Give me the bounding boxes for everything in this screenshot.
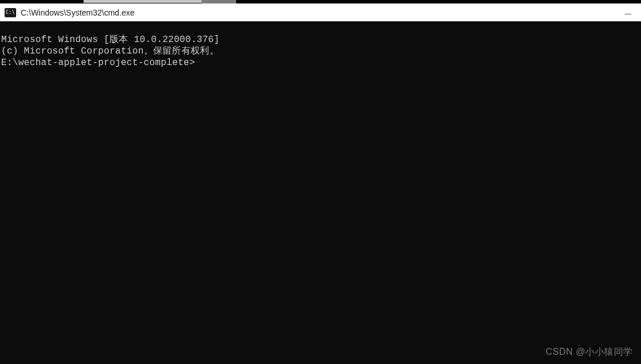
window-controls (615, 3, 641, 25)
terminal-copyright-line: (c) Microsoft Corporation。保留所有权利。 (1, 46, 640, 57)
cmd-icon-label: C:\ (6, 10, 15, 15)
window-title: C:\Windows\System32\cmd.exe (21, 8, 135, 17)
terminal-cursor (195, 58, 200, 68)
minimize-button[interactable] (615, 5, 641, 23)
terminal-prompt: E:\wechat-applet-project-complete> (1, 58, 195, 68)
window-titlebar[interactable]: C:\ C:\Windows\System32\cmd.exe (0, 0, 641, 21)
titlebar-accent-2 (202, 0, 236, 3)
terminal-body[interactable]: Microsoft Windows [版本 10.0.22000.376](c)… (0, 21, 641, 364)
watermark-text: CSDN @小小猿同学 (545, 346, 633, 358)
minimize-icon (625, 14, 631, 14)
cmd-icon: C:\ (5, 8, 16, 17)
terminal-version-line: Microsoft Windows [版本 10.0.22000.376] (1, 34, 640, 46)
terminal-prompt-line: E:\wechat-applet-project-complete> (1, 57, 640, 69)
